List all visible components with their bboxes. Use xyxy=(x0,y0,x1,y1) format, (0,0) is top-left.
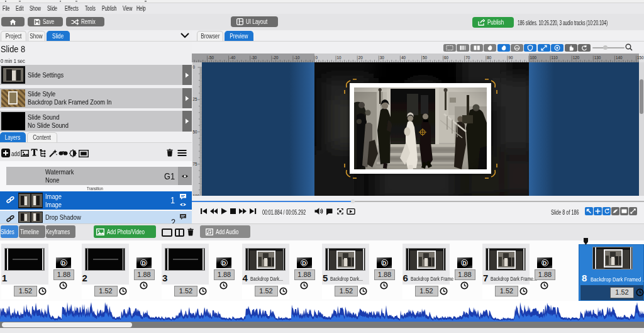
svg-text:-20: -20 xyxy=(272,55,279,60)
svg-text:0: 0 xyxy=(316,55,318,60)
svg-text:130: 130 xyxy=(594,55,601,60)
svg-text:30: 30 xyxy=(380,55,385,60)
svg-text:100: 100 xyxy=(530,55,537,60)
svg-text:-40: -40 xyxy=(230,55,236,60)
svg-text:40: 40 xyxy=(401,55,406,60)
svg-text:50: 50 xyxy=(423,55,428,60)
svg-text:25: 25 xyxy=(193,97,198,101)
svg-text:0: 0 xyxy=(193,65,196,69)
svg-text:120: 120 xyxy=(573,55,580,60)
svg-text:-30: -30 xyxy=(251,55,257,60)
svg-text:-10: -10 xyxy=(294,55,300,60)
svg-text:110: 110 xyxy=(552,55,558,60)
svg-text:60: 60 xyxy=(444,55,449,60)
svg-text:80: 80 xyxy=(487,55,492,60)
svg-text:10: 10 xyxy=(337,55,342,60)
svg-text:100: 100 xyxy=(193,194,200,196)
svg-text:75: 75 xyxy=(193,162,198,166)
svg-text:50: 50 xyxy=(193,130,198,134)
svg-text:20: 20 xyxy=(358,55,364,60)
svg-text:140: 140 xyxy=(616,55,623,60)
svg-text:90: 90 xyxy=(508,55,513,60)
svg-text:-50: -50 xyxy=(208,55,214,60)
svg-text:70: 70 xyxy=(465,55,470,60)
svg-text:150: 150 xyxy=(637,55,644,60)
